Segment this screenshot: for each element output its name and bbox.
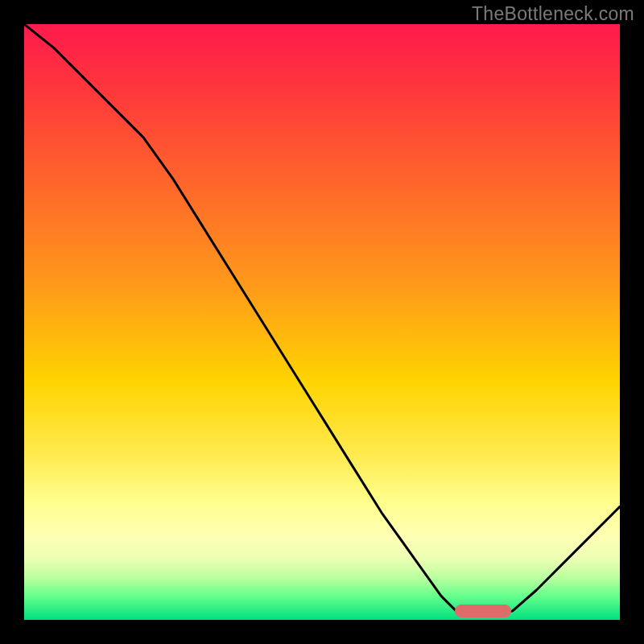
plot-area [24,24,620,620]
optimal-marker [455,605,511,617]
chart-frame: TheBottleneck.com [0,0,644,644]
bottleneck-curve [24,24,620,620]
watermark-label: TheBottleneck.com [472,3,634,25]
